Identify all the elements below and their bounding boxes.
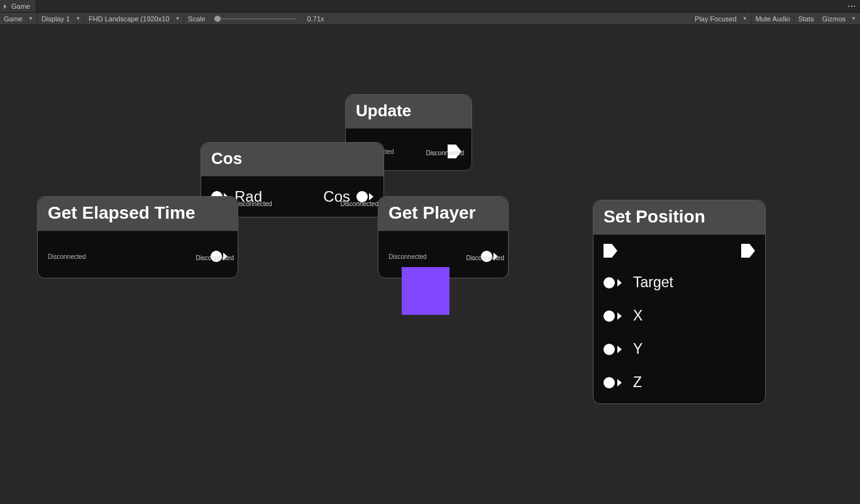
scale-control[interactable]: Scale 0.71x xyxy=(184,13,328,25)
scale-value: 0.71x xyxy=(305,15,324,23)
exec-in-port[interactable] xyxy=(604,244,617,258)
node-title: Update xyxy=(346,95,471,129)
port-tag: Disconnected xyxy=(340,200,378,207)
scale-slider[interactable] xyxy=(214,18,296,19)
view-dropdown[interactable]: Game ▼ xyxy=(0,13,38,25)
node-title: Cos xyxy=(201,143,383,177)
port-label: Y xyxy=(633,341,642,358)
game-toolbar: Game ▼ Display 1 ▼ FHD Landscape (1920x1… xyxy=(0,13,860,25)
node-set-position[interactable]: Set Position Target X xyxy=(593,200,766,404)
port-label: X xyxy=(633,307,642,324)
gizmos-dropdown[interactable]: Gizmos ▼ xyxy=(819,13,860,25)
node-get-player[interactable]: Get Player Disconnected Disconnected xyxy=(378,196,509,278)
tab-bar: ⏵ Game ⋮ xyxy=(0,0,860,13)
data-in-port[interactable] xyxy=(604,277,622,288)
exec-out-port[interactable] xyxy=(741,244,755,258)
chevron-down-icon: ▼ xyxy=(851,16,856,21)
chevron-down-icon: ▼ xyxy=(175,16,180,21)
port-label: Z xyxy=(633,374,642,391)
tab-game[interactable]: ⏵ Game xyxy=(0,0,35,12)
display-dropdown[interactable]: Display 1 ▼ xyxy=(38,13,85,25)
scale-slider-knob[interactable] xyxy=(214,16,221,22)
resolution-dropdown[interactable]: FHD Landscape (1920x10 ▼ xyxy=(85,13,184,25)
port-tag: Disconnected xyxy=(196,255,234,261)
tab-menu-button[interactable]: ⋮ xyxy=(847,2,857,11)
game-view[interactable]: Update Disconnected Disconnected Cos Rad… xyxy=(0,25,860,504)
node-get-elapsed-time[interactable]: Get Elapsed Time Disconnected Disconnect… xyxy=(37,196,238,278)
chevron-down-icon: ▼ xyxy=(28,16,33,21)
input-row-x: X xyxy=(604,304,755,328)
play-mode-dropdown[interactable]: Play Focused ▼ xyxy=(691,13,752,25)
stats-toggle[interactable]: Stats xyxy=(795,13,819,25)
port-label: Target xyxy=(633,274,673,291)
scale-label: Scale xyxy=(188,15,206,23)
port-tag: Disconnected xyxy=(48,253,86,260)
chevron-down-icon: ▼ xyxy=(742,16,747,21)
camera-icon: ⏵ xyxy=(3,3,9,9)
port-tag: Disconnected xyxy=(466,255,504,261)
data-in-port[interactable] xyxy=(604,310,622,322)
tab-label: Game xyxy=(11,3,30,10)
port-tag: Disconnected xyxy=(426,150,464,156)
input-row-y: Y xyxy=(604,337,755,361)
node-title: Get Elapsed Time xyxy=(38,197,238,231)
node-title: Get Player xyxy=(378,197,508,231)
mute-audio-toggle[interactable]: Mute Audio xyxy=(752,13,795,25)
input-row-target: Target xyxy=(604,270,755,295)
port-tag: Disconnected xyxy=(389,253,427,260)
node-title: Set Position xyxy=(593,200,765,235)
data-in-port[interactable] xyxy=(604,377,622,388)
chevron-down-icon: ▼ xyxy=(75,16,80,21)
player-square xyxy=(402,267,449,315)
toolbar-spacer xyxy=(328,13,692,25)
port-tag: Disconnected xyxy=(234,200,272,207)
input-row-z: Z xyxy=(604,370,755,395)
data-in-port[interactable] xyxy=(604,344,622,355)
